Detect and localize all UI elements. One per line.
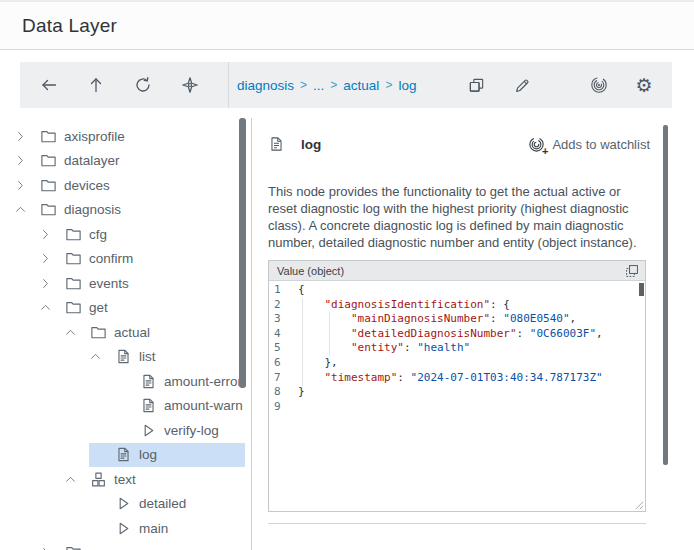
value-code-editor: 1{2 "diagnosisIdentification": {3 "mainD… — [269, 281, 645, 511]
tree-item-events[interactable]: events — [0, 271, 251, 296]
tree-item-amount-error[interactable]: amount-error — [0, 369, 251, 394]
breadcrumb-segment[interactable]: diagnosis — [237, 78, 294, 93]
tree-item-cfg[interactable]: cfg — [0, 222, 251, 247]
app-header: Data Layer — [0, 0, 694, 50]
code-line: 1{ — [269, 283, 645, 298]
tree-item-label: main — [139, 521, 168, 536]
chevron-right-icon[interactable] — [39, 250, 65, 267]
tree-item-label: events — [89, 276, 129, 291]
toolbar-node-actions — [466, 75, 532, 95]
chevron-right-icon[interactable] — [14, 177, 40, 194]
line-number: 1 — [269, 283, 295, 298]
tree-item-log[interactable]: log — [0, 443, 251, 468]
code-line-content: "mainDiagnosisNumber": "080E0540", — [298, 312, 576, 327]
copy-value-icon[interactable] — [625, 264, 639, 278]
code-line: 4 "detailedDiagnosisNumber": "0C66003F", — [269, 327, 645, 342]
settings-gear-icon[interactable]: ⚙ — [634, 75, 654, 95]
tree-item-list[interactable]: list — [0, 345, 251, 370]
indent-guide — [329, 312, 330, 356]
code-line: 9 — [269, 400, 645, 415]
tree-item-label: cfg — [89, 227, 107, 242]
chevron-spacer — [114, 373, 140, 390]
folder-icon — [65, 544, 82, 550]
value-panel-header: Value (object) — [269, 261, 645, 281]
breadcrumb-segment[interactable]: ... — [313, 78, 324, 93]
tree-item[interactable] — [0, 541, 251, 550]
folder-icon — [40, 177, 57, 194]
refresh-icon[interactable] — [133, 75, 153, 95]
tree-item-label: verify-log — [164, 423, 219, 438]
line-number: 3 — [269, 312, 295, 327]
watchlist-label: Adds to watchlist — [552, 137, 650, 152]
tree-item-actual[interactable]: actual — [0, 320, 251, 345]
file-icon — [268, 136, 285, 153]
tree-item-main[interactable]: main — [0, 516, 251, 541]
cluster-icon — [90, 471, 107, 488]
code-line-content: "detailedDiagnosisNumber": "0C66003F", — [298, 327, 603, 342]
breadcrumb-segment[interactable]: actual — [343, 78, 379, 93]
tree-item-detailed[interactable]: detailed — [0, 492, 251, 517]
tree-item-text[interactable]: text — [0, 467, 251, 492]
code-line: 3 "mainDiagnosisNumber": "080E0540", — [269, 312, 645, 327]
tree-item-label: amount-warn — [164, 398, 243, 413]
folder-icon — [65, 275, 82, 292]
value-panel: Value (object) 1{2 "diagnosisIdentificat… — [268, 260, 646, 512]
node-tree: axisprofiledatalayerdevicesdiagnosiscfgc… — [0, 118, 252, 550]
chevron-up-icon[interactable] — [64, 324, 90, 341]
tree-item-datalayer[interactable]: datalayer — [0, 149, 251, 174]
folder-icon — [65, 250, 82, 267]
locate-node-icon[interactable] — [180, 75, 200, 95]
indent-guide — [302, 298, 303, 386]
edit-pencil-icon[interactable] — [512, 75, 532, 95]
line-number: 4 — [269, 327, 295, 342]
tree-item-devices[interactable]: devices — [0, 173, 251, 198]
code-line: 5 "entity": "health" — [269, 341, 645, 356]
chevron-right-icon[interactable] — [14, 152, 40, 169]
live-update-icon[interactable] — [589, 75, 609, 95]
tree-item-confirm[interactable]: confirm — [0, 247, 251, 272]
chevron-spacer — [114, 422, 140, 439]
line-number: 6 — [269, 356, 295, 371]
chevron-spacer — [114, 397, 140, 414]
chevron-right-icon[interactable] — [39, 226, 65, 243]
chevron-up-icon[interactable] — [89, 348, 115, 365]
chevron-up-icon[interactable] — [14, 201, 40, 218]
line-number: 8 — [269, 385, 295, 400]
toolbar-separator — [228, 62, 229, 108]
tree-item-label: diagnosis — [64, 202, 121, 217]
chevron-right-icon[interactable] — [14, 128, 40, 145]
back-arrow-icon[interactable] — [39, 75, 59, 95]
breadcrumb-segment[interactable]: log — [398, 78, 416, 93]
chevron-up-icon[interactable] — [39, 299, 65, 316]
detail-scrollbar[interactable] — [663, 125, 668, 465]
folder-icon — [40, 128, 57, 145]
code-line-content: } — [298, 385, 305, 400]
node-header: log + Adds to watchlist — [268, 131, 650, 157]
tree-item-diagnosis[interactable]: diagnosis — [0, 198, 251, 223]
tree-item-get[interactable]: get — [0, 296, 251, 321]
tree-item-label: amount-error — [164, 374, 242, 389]
chevron-right-icon[interactable] — [39, 275, 65, 292]
line-number: 5 — [269, 341, 295, 356]
file-icon — [115, 348, 132, 365]
chevron-right-icon[interactable] — [39, 544, 65, 550]
tree-item-verify-log[interactable]: verify-log — [0, 418, 251, 443]
up-arrow-icon[interactable] — [86, 75, 106, 95]
add-to-watchlist-button[interactable]: + Adds to watchlist — [528, 136, 650, 153]
chevron-up-icon[interactable] — [64, 471, 90, 488]
code-line-content: }, — [298, 356, 338, 371]
breadcrumb-separator: > — [330, 78, 337, 92]
copy-path-icon[interactable] — [466, 75, 486, 95]
tree-scrollbar[interactable] — [239, 118, 246, 388]
tree-item-amount-warn[interactable]: amount-warn — [0, 394, 251, 419]
code-scrollbar-thumb[interactable] — [639, 283, 644, 296]
resize-handle-icon[interactable] — [633, 499, 644, 510]
code-line-content: "timestamp": "2024-07-01T03:40:34.787173… — [298, 371, 603, 386]
breadcrumb-separator: > — [300, 78, 307, 92]
chevron-spacer — [89, 446, 115, 463]
chevron-spacer — [89, 495, 115, 512]
code-line: 6 }, — [269, 356, 645, 371]
tree-item-axisprofile[interactable]: axisprofile — [0, 124, 251, 149]
tree-item-label: axisprofile — [64, 129, 125, 144]
chevron-spacer — [89, 520, 115, 537]
